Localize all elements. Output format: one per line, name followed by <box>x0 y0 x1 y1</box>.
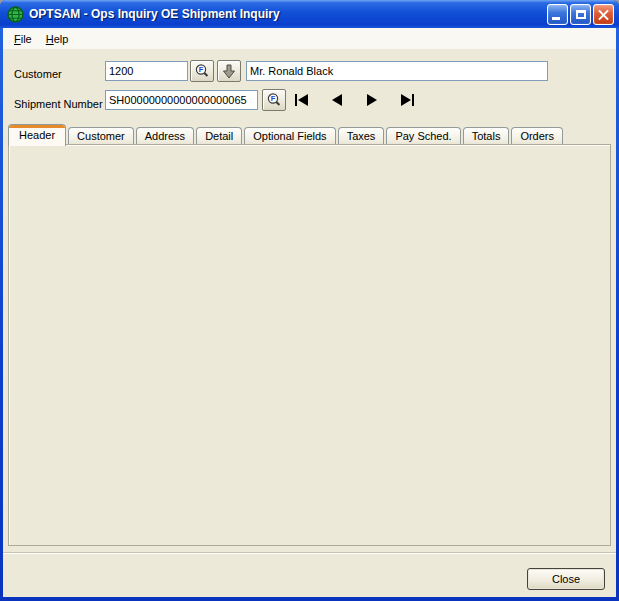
nav-last-button[interactable] <box>394 90 420 110</box>
nav-previous-button[interactable] <box>324 90 350 110</box>
titlebar: OPTSAM - Ops Inquiry OE Shipment Inquiry <box>0 0 619 28</box>
customer-label: Customer <box>14 64 62 84</box>
nav-first-button[interactable] <box>288 90 314 110</box>
customer-name-field[interactable] <box>246 61 548 81</box>
shipment-number-label: Shipment Number <box>14 94 103 114</box>
close-button[interactable]: Close <box>527 568 605 590</box>
nav-first-icon <box>295 94 297 106</box>
nav-next-button[interactable] <box>359 90 385 110</box>
maximize-button[interactable] <box>570 4 591 25</box>
tab-taxes[interactable]: Taxes <box>338 127 385 145</box>
customer-drilldown-button[interactable] <box>217 60 241 82</box>
tab-optional-fields[interactable]: Optional Fields <box>244 127 335 145</box>
app-icon <box>7 6 24 23</box>
nav-previous-icon <box>332 94 342 106</box>
footer-divider <box>3 552 616 554</box>
shipment-finder-button[interactable]: F <box>262 89 286 111</box>
minimize-icon <box>552 17 560 20</box>
nav-next-icon <box>367 94 377 106</box>
customer-code-input[interactable] <box>105 61 188 81</box>
tab-totals[interactable]: Totals <box>463 127 510 145</box>
window-title: OPTSAM - Ops Inquiry OE Shipment Inquiry <box>29 7 547 21</box>
finder-icon: F <box>194 63 210 79</box>
shipment-number-input[interactable] <box>105 90 258 110</box>
maximize-icon <box>576 10 586 19</box>
header-tab-panel <box>8 144 611 546</box>
finder-icon: F <box>266 92 282 108</box>
menu-file[interactable]: File <box>7 31 39 47</box>
close-window-button[interactable] <box>593 4 614 25</box>
tab-header[interactable]: Header <box>8 124 66 146</box>
menubar: File Help <box>3 28 616 49</box>
tab-address[interactable]: Address <box>136 127 194 145</box>
minimize-button[interactable] <box>547 4 568 25</box>
tab-customer[interactable]: Customer <box>68 127 134 145</box>
client-area: File Help Customer F Shipment Number F <box>3 28 616 597</box>
tab-pay-sched[interactable]: Pay Sched. <box>386 127 460 145</box>
drilldown-arrow-icon <box>222 64 236 79</box>
tabstrip: Header Customer Address Detail Optional … <box>8 123 565 145</box>
tab-detail[interactable]: Detail <box>196 127 242 145</box>
nav-last-icon <box>401 94 411 106</box>
svg-text:F: F <box>199 65 204 74</box>
menu-help[interactable]: Help <box>39 31 76 47</box>
svg-text:F: F <box>271 94 276 103</box>
tab-orders[interactable]: Orders <box>511 127 563 145</box>
customer-finder-button[interactable]: F <box>190 60 214 82</box>
shipment-inquiry-window: OPTSAM - Ops Inquiry OE Shipment Inquiry… <box>0 0 619 601</box>
